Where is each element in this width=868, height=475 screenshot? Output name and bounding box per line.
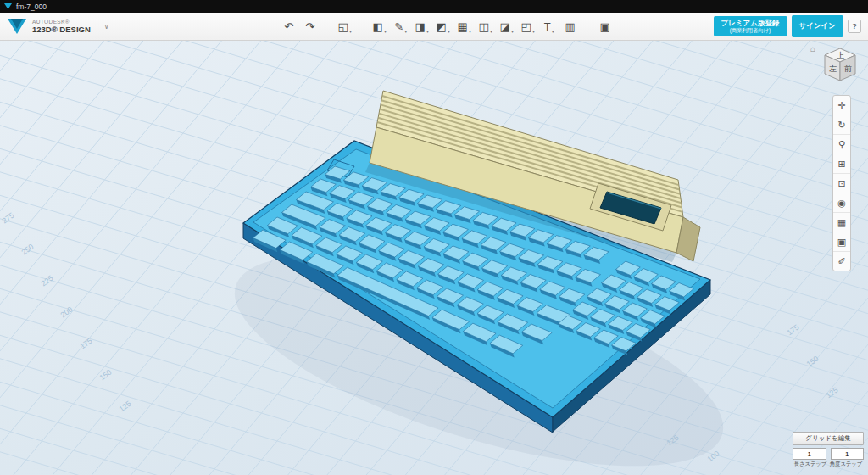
brand-product-label: 123D® DESIGN bbox=[32, 25, 91, 34]
pan-icon[interactable]: ✛ bbox=[833, 96, 850, 115]
viewcube-front-label: 前 bbox=[844, 64, 852, 73]
construct-icon[interactable]: ◨▾ bbox=[413, 16, 431, 36]
combine-icon[interactable]: ◪▾ bbox=[498, 16, 516, 36]
navigation-toolbar: ✛↻⚲⊞⊡◉▦▣✐ bbox=[832, 95, 851, 271]
edit-grid-button[interactable]: グリッドを編集 bbox=[793, 432, 864, 445]
titlebar: fm-7_000 bbox=[0, 0, 868, 13]
orbit-icon[interactable]: ↻ bbox=[833, 115, 850, 135]
viewcube-top-label: 上 bbox=[837, 51, 844, 59]
model-fm7[interactable] bbox=[213, 91, 745, 475]
grid-step-inputs bbox=[793, 448, 864, 460]
text-icon[interactable]: T▾ bbox=[540, 16, 559, 36]
display-grid-icon[interactable]: ▦ bbox=[833, 213, 850, 232]
grid-settings-panel: グリッドを編集 長さステップ 角度ステップ bbox=[793, 428, 864, 468]
view-settings-icon[interactable]: ▣ bbox=[596, 16, 615, 36]
viewcube-left-label: 左 bbox=[829, 64, 837, 73]
zoom-icon[interactable]: ⚲ bbox=[833, 135, 850, 154]
toolbar-right: プレミアム版登録 (商業利用者向け) サインイン ? bbox=[714, 15, 862, 37]
viewcube[interactable]: ⌂ 上 左 前 bbox=[810, 44, 861, 87]
toolbar-icons: ↶↷◱▾◧▾✎▾◨▾◩▾▦▾◫▾◪▾◰▾T▾▥▣ bbox=[181, 16, 714, 36]
autodesk-123d-logo-icon bbox=[7, 18, 27, 35]
length-step-input[interactable] bbox=[793, 448, 826, 460]
screenshot-icon[interactable]: ▣ bbox=[833, 232, 850, 252]
primitives-icon[interactable]: ◧▾ bbox=[370, 16, 389, 36]
undo-icon[interactable]: ↶ bbox=[280, 16, 298, 36]
home-icon[interactable]: ⌂ bbox=[810, 44, 815, 53]
brand-text: AUTODESK® 123D® DESIGN bbox=[32, 19, 91, 35]
window-title: fm-7_000 bbox=[16, 3, 47, 11]
app-logo-icon bbox=[4, 3, 12, 10]
premium-button[interactable]: プレミアム版登録 (商業利用者向け) bbox=[714, 16, 787, 36]
grid-step-labels: 長さステップ 角度ステップ bbox=[793, 461, 864, 468]
redo-icon[interactable]: ↷ bbox=[301, 16, 320, 36]
signin-button[interactable]: サインイン bbox=[792, 15, 844, 37]
brand-logo[interactable]: AUTODESK® 123D® DESIGN ∨ bbox=[7, 18, 181, 35]
transform-icon[interactable]: ◱▾ bbox=[336, 16, 354, 36]
help-button[interactable]: ? bbox=[848, 20, 861, 33]
zoom-window-icon[interactable]: ⊡ bbox=[833, 174, 850, 193]
angle-step-label: 角度ステップ bbox=[828, 461, 864, 468]
measure-icon[interactable]: ◰▾ bbox=[519, 16, 537, 36]
modify-icon[interactable]: ◩▾ bbox=[434, 16, 453, 36]
premium-sublabel: (商業利用者向け) bbox=[730, 27, 771, 34]
brand-menu-chevron-icon[interactable]: ∨ bbox=[104, 23, 109, 31]
fit-view-icon[interactable]: ⊞ bbox=[833, 154, 850, 174]
grouping-icon[interactable]: ◫▾ bbox=[476, 16, 495, 36]
visibility-icon[interactable]: ◉ bbox=[833, 193, 850, 213]
angle-step-input[interactable] bbox=[831, 448, 865, 460]
premium-label: プレミアム版登録 bbox=[721, 19, 780, 28]
main-toolbar: AUTODESK® 123D® DESIGN ∨ ↶↷◱▾◧▾✎▾◨▾◩▾▦▾◫… bbox=[0, 13, 868, 41]
length-step-label: 長さステップ bbox=[793, 461, 828, 468]
sketch-icon[interactable]: ✎▾ bbox=[392, 16, 410, 36]
viewcube-cube[interactable]: 上 左 前 bbox=[817, 44, 861, 87]
snap-icon[interactable]: ▥ bbox=[561, 16, 580, 36]
pattern-icon[interactable]: ▦▾ bbox=[455, 16, 474, 36]
material-icon[interactable]: ✐ bbox=[833, 252, 850, 271]
